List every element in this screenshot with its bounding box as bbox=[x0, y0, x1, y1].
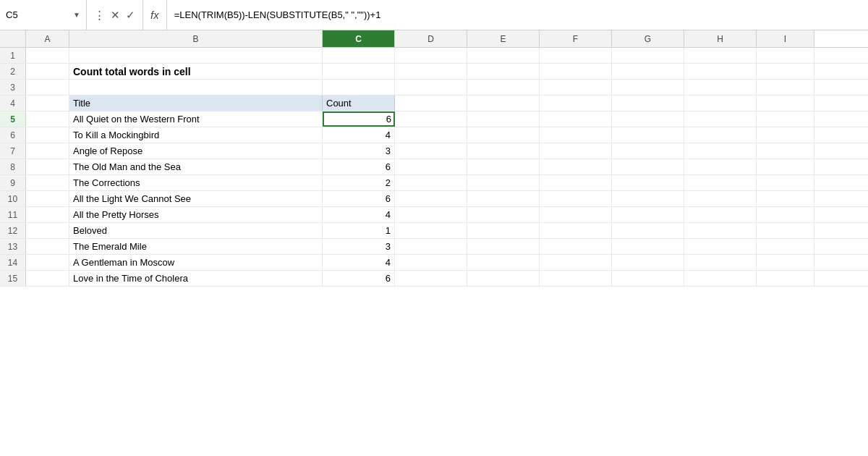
cell-h9[interactable] bbox=[684, 175, 757, 190]
cell-e5[interactable] bbox=[467, 111, 540, 127]
col-header-b[interactable]: B bbox=[69, 30, 323, 47]
cell-g15[interactable] bbox=[612, 271, 684, 286]
col-header-e[interactable]: E bbox=[467, 30, 540, 47]
cell-c3[interactable] bbox=[323, 80, 395, 95]
cell-d6[interactable] bbox=[395, 127, 467, 143]
cell-h4[interactable] bbox=[684, 96, 757, 111]
cell-b7[interactable]: Angle of Repose bbox=[69, 143, 323, 159]
cell-i4[interactable] bbox=[757, 96, 814, 111]
more-options-icon[interactable]: ⋮ bbox=[94, 9, 105, 22]
cell-h5[interactable] bbox=[684, 111, 757, 127]
cell-g5[interactable] bbox=[612, 111, 684, 127]
cell-a11[interactable] bbox=[26, 207, 69, 222]
cell-f9[interactable] bbox=[540, 175, 612, 190]
cell-c14[interactable]: 4 bbox=[323, 255, 395, 270]
cell-c2[interactable] bbox=[323, 64, 395, 79]
cell-i8[interactable] bbox=[757, 159, 814, 174]
cell-d1[interactable] bbox=[395, 48, 467, 63]
cell-e2[interactable] bbox=[467, 64, 540, 79]
cell-d9[interactable] bbox=[395, 175, 467, 190]
cell-b2[interactable]: Count total words in cell bbox=[69, 64, 323, 79]
col-header-c[interactable]: C bbox=[323, 30, 395, 47]
cell-f3[interactable] bbox=[540, 80, 612, 95]
cell-g10[interactable] bbox=[612, 191, 684, 206]
cell-h10[interactable] bbox=[684, 191, 757, 206]
cell-i13[interactable] bbox=[757, 239, 814, 254]
cell-c11[interactable]: 4 bbox=[323, 207, 395, 222]
cell-d11[interactable] bbox=[395, 207, 467, 222]
cell-b10[interactable]: All the Light We Cannot See bbox=[69, 191, 323, 206]
cell-a15[interactable] bbox=[26, 271, 69, 286]
cell-i5[interactable] bbox=[757, 111, 814, 127]
col-header-g[interactable]: G bbox=[612, 30, 684, 47]
cell-a1[interactable] bbox=[26, 48, 69, 63]
cell-b8[interactable]: The Old Man and the Sea bbox=[69, 159, 323, 174]
cell-g12[interactable] bbox=[612, 223, 684, 238]
cell-f12[interactable] bbox=[540, 223, 612, 238]
col-header-d[interactable]: D bbox=[395, 30, 467, 47]
cell-a3[interactable] bbox=[26, 80, 69, 95]
cell-d4[interactable] bbox=[395, 96, 467, 111]
cell-c12[interactable]: 1 bbox=[323, 223, 395, 238]
cell-h15[interactable] bbox=[684, 271, 757, 286]
cell-d12[interactable] bbox=[395, 223, 467, 238]
cell-e6[interactable] bbox=[467, 127, 540, 143]
cell-b14[interactable]: A Gentleman in Moscow bbox=[69, 255, 323, 270]
cell-g3[interactable] bbox=[612, 80, 684, 95]
cell-b1[interactable] bbox=[69, 48, 323, 63]
cell-i12[interactable] bbox=[757, 223, 814, 238]
cell-i15[interactable] bbox=[757, 271, 814, 286]
cell-c4-header[interactable]: Count bbox=[323, 96, 395, 111]
cell-d10[interactable] bbox=[395, 191, 467, 206]
cell-b6[interactable]: To Kill a Mockingbird bbox=[69, 127, 323, 143]
cell-f5[interactable] bbox=[540, 111, 612, 127]
cell-h13[interactable] bbox=[684, 239, 757, 254]
cell-b12[interactable]: Beloved bbox=[69, 223, 323, 238]
cell-c1[interactable] bbox=[323, 48, 395, 63]
cell-b11[interactable]: All the Pretty Horses bbox=[69, 207, 323, 222]
cell-a10[interactable] bbox=[26, 191, 69, 206]
cell-c6[interactable]: 4 bbox=[323, 127, 395, 143]
cell-g7[interactable] bbox=[612, 143, 684, 159]
cell-i1[interactable] bbox=[757, 48, 814, 63]
cell-g1[interactable] bbox=[612, 48, 684, 63]
cell-a6[interactable] bbox=[26, 127, 69, 143]
cell-c13[interactable]: 3 bbox=[323, 239, 395, 254]
cell-e11[interactable] bbox=[467, 207, 540, 222]
cell-h2[interactable] bbox=[684, 64, 757, 79]
cell-e12[interactable] bbox=[467, 223, 540, 238]
cell-h14[interactable] bbox=[684, 255, 757, 270]
cell-g4[interactable] bbox=[612, 96, 684, 111]
cell-c8[interactable]: 6 bbox=[323, 159, 395, 174]
cell-a9[interactable] bbox=[26, 175, 69, 190]
cell-g8[interactable] bbox=[612, 159, 684, 174]
cell-f2[interactable] bbox=[540, 64, 612, 79]
cancel-icon[interactable]: ✕ bbox=[111, 9, 120, 22]
cell-a12[interactable] bbox=[26, 223, 69, 238]
cell-a5[interactable] bbox=[26, 111, 69, 127]
cell-i2[interactable] bbox=[757, 64, 814, 79]
cell-b5[interactable]: All Quiet on the Western Front bbox=[69, 111, 323, 127]
cell-a7[interactable] bbox=[26, 143, 69, 159]
col-header-a[interactable]: A bbox=[26, 30, 69, 47]
cell-e1[interactable] bbox=[467, 48, 540, 63]
cell-b13[interactable]: The Emerald Mile bbox=[69, 239, 323, 254]
cell-d5[interactable] bbox=[395, 111, 467, 127]
col-header-h[interactable]: H bbox=[684, 30, 757, 47]
cell-e4[interactable] bbox=[467, 96, 540, 111]
cell-i3[interactable] bbox=[757, 80, 814, 95]
cell-f10[interactable] bbox=[540, 191, 612, 206]
cell-e14[interactable] bbox=[467, 255, 540, 270]
cell-b15[interactable]: Love in the Time of Cholera bbox=[69, 271, 323, 286]
cell-c9[interactable]: 2 bbox=[323, 175, 395, 190]
cell-e8[interactable] bbox=[467, 159, 540, 174]
cell-e7[interactable] bbox=[467, 143, 540, 159]
cell-e15[interactable] bbox=[467, 271, 540, 286]
cell-f6[interactable] bbox=[540, 127, 612, 143]
cell-b9[interactable]: The Corrections bbox=[69, 175, 323, 190]
cell-i6[interactable] bbox=[757, 127, 814, 143]
cell-c5-active[interactable]: 6 bbox=[323, 111, 395, 127]
cell-i14[interactable] bbox=[757, 255, 814, 270]
cell-a8[interactable] bbox=[26, 159, 69, 174]
cell-h6[interactable] bbox=[684, 127, 757, 143]
